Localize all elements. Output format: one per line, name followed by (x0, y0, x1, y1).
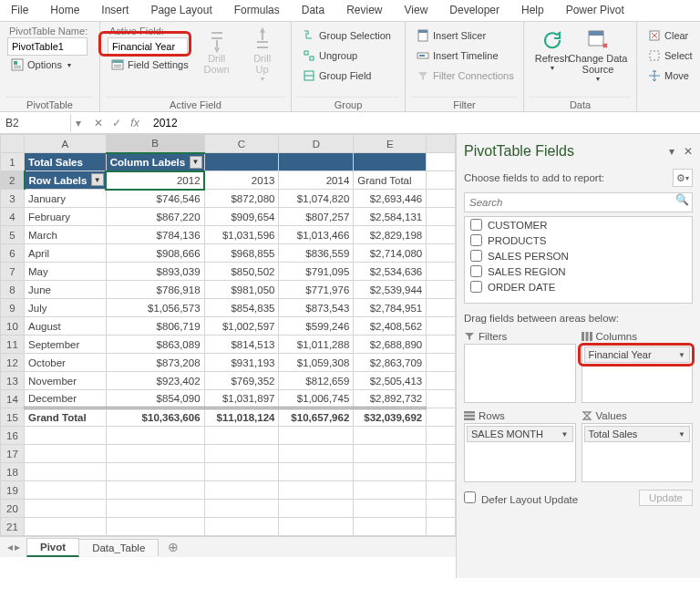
row-9[interactable]: 9 (1, 299, 25, 317)
pt-title[interactable]: Total Sales (25, 153, 107, 171)
column-labels-dropdown[interactable]: ▼ (190, 156, 202, 169)
pt-row-labels[interactable]: Row Labels▼ (25, 171, 107, 190)
pt-column-labels[interactable]: Column Labels▼ (106, 153, 204, 171)
accept-formula-icon[interactable]: ✓ (109, 117, 124, 129)
insert-timeline-button[interactable]: Insert Timeline (413, 47, 518, 64)
pane-gear-button[interactable]: ⚙▾ (673, 169, 693, 187)
field-customer[interactable]: CUSTOMER (465, 217, 692, 232)
field-settings-button[interactable]: Field Settings (108, 57, 192, 73)
rows-area[interactable]: SALES MONTH▼ (464, 423, 576, 482)
row-16[interactable]: 16 (1, 427, 25, 445)
change-data-source-button[interactable]: Change Data Source▾ (575, 24, 621, 97)
cancel-formula-icon[interactable]: ✕ (91, 117, 106, 129)
select-button[interactable]: Select (644, 47, 696, 64)
field-products[interactable]: PRODUCTS (465, 232, 692, 248)
menu-page-layout[interactable]: Page Layout (139, 0, 222, 21)
menu-formulas[interactable]: Formulas (223, 0, 291, 21)
cell-month[interactable]: March (25, 226, 107, 244)
field-search[interactable]: 🔍 (464, 192, 693, 212)
group-field-button[interactable]: Group Field (299, 67, 395, 84)
row-2[interactable]: 2 (1, 171, 25, 190)
clear-button[interactable]: Clear (644, 27, 696, 44)
cell-month[interactable]: June (25, 281, 107, 299)
menu-view[interactable]: View (394, 0, 439, 21)
sheet-nav[interactable]: ◂▸ (0, 541, 27, 553)
row-3[interactable]: 3 (1, 190, 25, 208)
cell-month[interactable]: May (25, 263, 107, 281)
columns-chip-financial-year[interactable]: Financial Year▼ (584, 346, 691, 363)
sheet-tab-pivot[interactable]: Pivot (26, 538, 79, 557)
cell-month[interactable]: April (25, 244, 107, 263)
row-12[interactable]: 12 (1, 354, 25, 372)
menu-help[interactable]: Help (510, 0, 555, 21)
defer-layout-checkbox[interactable]: Defer Layout Update (464, 491, 578, 505)
row-18[interactable]: 18 (1, 463, 25, 481)
sheet-tab-data-table[interactable]: Data_Table (78, 539, 159, 556)
formula-input[interactable] (148, 115, 700, 131)
grand-total-label[interactable]: Grand Total (25, 408, 107, 427)
row-labels-dropdown[interactable]: ▼ (91, 173, 104, 186)
select-all-corner[interactable] (1, 135, 25, 153)
col-A[interactable]: A (25, 135, 107, 153)
field-order-date[interactable]: ORDER DATE (465, 279, 692, 294)
cell-B2[interactable]: 2012 (106, 171, 204, 190)
row-11[interactable]: 11 (1, 336, 25, 354)
active-field-input[interactable] (108, 37, 188, 56)
cell-month[interactable]: December (25, 390, 107, 408)
menu-insert[interactable]: Insert (90, 0, 139, 21)
values-chip-total-sales[interactable]: Total Sales▼ (584, 426, 691, 442)
menu-file[interactable]: File (0, 0, 39, 21)
col-E[interactable]: E (354, 135, 427, 153)
row-5[interactable]: 5 (1, 226, 25, 244)
row-6[interactable]: 6 (1, 244, 25, 263)
cell-month[interactable]: October (25, 354, 107, 372)
cell-month[interactable]: January (25, 190, 107, 208)
row-20[interactable]: 20 (1, 500, 25, 518)
cell-month[interactable]: July (25, 299, 107, 317)
row-14[interactable]: 14 (1, 390, 25, 408)
rows-chip-sales-month[interactable]: SALES MONTH▼ (467, 426, 573, 442)
insert-slicer-button[interactable]: Insert Slicer (413, 27, 518, 44)
row-1[interactable]: 1 (1, 153, 25, 171)
filters-area[interactable] (464, 344, 576, 403)
group-selection-button[interactable]: Group Selection (299, 27, 395, 44)
menu-home[interactable]: Home (39, 0, 90, 21)
menu-developer[interactable]: Developer (438, 0, 510, 21)
cell-month[interactable]: September (25, 336, 107, 354)
update-button[interactable]: Update (639, 490, 693, 506)
row-8[interactable]: 8 (1, 281, 25, 299)
field-sales-person[interactable]: SALES PERSON (465, 248, 692, 263)
row-13[interactable]: 13 (1, 372, 25, 390)
col-D[interactable]: D (279, 135, 354, 153)
col-F[interactable] (427, 135, 456, 153)
cell-month[interactable]: August (25, 317, 107, 336)
row-15[interactable]: 15 (1, 408, 25, 427)
col-B[interactable]: B (106, 135, 204, 153)
field-sales-region[interactable]: SALES REGION (465, 263, 692, 279)
row-21[interactable]: 21 (1, 518, 25, 536)
row-10[interactable]: 10 (1, 317, 25, 336)
move-button[interactable]: Move (644, 67, 696, 84)
spreadsheet-grid[interactable]: A B C D E 1 Total Sales Column Labels▼ 2… (0, 134, 456, 536)
row-19[interactable]: 19 (1, 481, 25, 500)
row-7[interactable]: 7 (1, 263, 25, 281)
menu-review[interactable]: Review (335, 0, 393, 21)
field-list[interactable]: CUSTOMER PRODUCTS SALES PERSON SALES REG… (464, 216, 693, 304)
pane-menu-caret[interactable]: ▾ (669, 145, 674, 158)
row-4[interactable]: 4 (1, 208, 25, 226)
menu-data[interactable]: Data (291, 0, 335, 21)
columns-area[interactable]: Financial Year▼ (582, 344, 694, 403)
row-17[interactable]: 17 (1, 445, 25, 463)
pane-close-icon[interactable]: ✕ (684, 145, 693, 158)
add-sheet-button[interactable]: ⊕ (159, 540, 188, 554)
name-box[interactable]: B2 (0, 114, 71, 132)
col-C[interactable]: C (204, 135, 279, 153)
ungroup-button[interactable]: Ungroup (299, 47, 395, 64)
cell-month[interactable]: November (25, 372, 107, 390)
field-search-input[interactable] (465, 193, 672, 212)
cell-month[interactable]: February (25, 208, 107, 226)
pivot-name-input[interactable] (7, 37, 88, 56)
values-area[interactable]: Total Sales▼ (582, 423, 694, 482)
menu-power-pivot[interactable]: Power Pivot (555, 0, 635, 21)
fx-icon[interactable]: fx (128, 117, 142, 129)
